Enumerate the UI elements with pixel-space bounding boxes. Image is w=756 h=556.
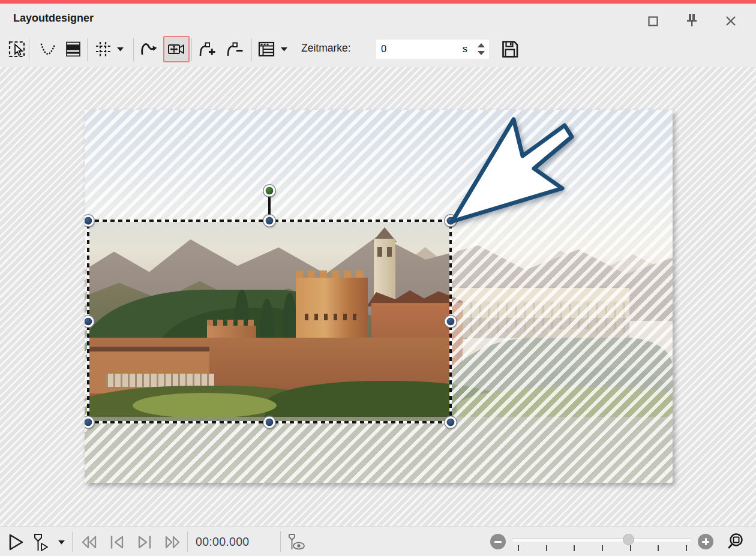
go-to-start-icon bbox=[108, 533, 126, 551]
motion-path-button[interactable] bbox=[136, 36, 162, 62]
spinner-down-icon[interactable] bbox=[478, 51, 485, 55]
timemark-unit: s bbox=[463, 43, 467, 55]
transport-bar: 00:00.000 bbox=[0, 526, 756, 556]
resize-handle-bottom-right[interactable] bbox=[445, 417, 457, 428]
transport-separator bbox=[280, 531, 281, 552]
timemark-spinner[interactable] bbox=[476, 41, 486, 57]
zoom-slider[interactable] bbox=[512, 527, 692, 556]
grid-dropdown[interactable] bbox=[116, 47, 124, 52]
toolbar-separator bbox=[29, 38, 29, 61]
zoom-slider-tick bbox=[546, 545, 547, 551]
save-button[interactable] bbox=[497, 36, 523, 62]
rotation-handle[interactable] bbox=[264, 185, 275, 197]
chevron-down-icon bbox=[58, 540, 65, 545]
play-from-timemark-button[interactable] bbox=[30, 531, 53, 553]
object-list-icon bbox=[256, 39, 277, 59]
zoom-in-button[interactable] bbox=[698, 534, 713, 549]
spinner-up-icon[interactable] bbox=[478, 43, 485, 47]
toolbar-separator bbox=[87, 38, 88, 61]
select-tool-icon bbox=[7, 39, 27, 59]
zoom-slider-ticks bbox=[512, 545, 692, 552]
pin-button[interactable] bbox=[682, 12, 702, 30]
layout-workspace bbox=[0, 67, 756, 526]
add-path-point-icon bbox=[196, 39, 217, 59]
chevron-down-icon bbox=[117, 47, 124, 52]
jump-back-button[interactable] bbox=[78, 531, 101, 553]
view-at-timemark-button[interactable] bbox=[286, 531, 308, 553]
resize-handle-middle-right[interactable] bbox=[445, 316, 457, 327]
jump-back-icon bbox=[80, 533, 98, 551]
select-tool-button[interactable] bbox=[4, 36, 30, 62]
motion-path-icon bbox=[139, 39, 159, 59]
resize-handle-top-center[interactable] bbox=[264, 215, 275, 227]
play-button[interactable] bbox=[4, 531, 26, 553]
time-display: 00:00.000 bbox=[196, 535, 249, 549]
grid-icon bbox=[93, 39, 113, 59]
timemark-input[interactable]: 0 s bbox=[376, 40, 489, 59]
zoom-slider-tick bbox=[602, 545, 603, 551]
image-selection[interactable] bbox=[88, 221, 451, 422]
keyframe-curve-button[interactable] bbox=[35, 36, 61, 62]
object-list-button[interactable] bbox=[253, 36, 280, 62]
play-icon bbox=[5, 533, 25, 552]
view-at-timemark-icon bbox=[287, 533, 307, 552]
play-from-timemark-icon bbox=[32, 533, 50, 552]
remove-path-point-button[interactable] bbox=[221, 36, 247, 62]
toolbar-separator bbox=[251, 38, 252, 61]
object-layers-button[interactable] bbox=[60, 36, 86, 62]
zoom-out-button[interactable] bbox=[490, 534, 506, 549]
add-path-point-button[interactable] bbox=[193, 36, 220, 62]
zoom-slider-tick bbox=[658, 545, 659, 551]
grid-button[interactable] bbox=[90, 36, 116, 62]
chevron-down-icon bbox=[281, 47, 287, 52]
zoom-slider-tick bbox=[630, 545, 631, 551]
go-to-end-button[interactable] bbox=[133, 531, 156, 553]
scene-layer bbox=[106, 374, 214, 387]
remove-path-point-icon bbox=[224, 39, 244, 59]
keyframe-curve-icon bbox=[38, 39, 58, 59]
jump-forward-icon bbox=[163, 533, 181, 551]
play-options-dropdown[interactable] bbox=[58, 540, 65, 545]
scene-layer bbox=[133, 393, 277, 418]
toolbar-separator bbox=[191, 38, 192, 61]
object-layers-icon bbox=[63, 39, 83, 59]
camera-pan-button[interactable] bbox=[163, 36, 190, 62]
zoom-slider-thumb[interactable] bbox=[623, 534, 634, 545]
maximize-icon bbox=[648, 16, 658, 26]
close-icon bbox=[725, 16, 736, 26]
scene-layer bbox=[374, 239, 395, 299]
scene bbox=[88, 221, 451, 422]
titlebar: Layoutdesigner bbox=[0, 4, 756, 35]
layoutdesigner-window: Layoutdesigner bbox=[0, 0, 756, 556]
zoom-fit-button[interactable] bbox=[725, 531, 748, 552]
camera-pan-icon bbox=[166, 39, 187, 59]
annotation-arrow bbox=[414, 110, 588, 233]
zoom-slider-tick bbox=[686, 545, 687, 551]
resize-handle-bottom-center[interactable] bbox=[264, 417, 275, 428]
timemark-value: 0 bbox=[381, 43, 386, 55]
timemark-label: Zeitmarke: bbox=[301, 42, 351, 55]
go-to-start-button[interactable] bbox=[106, 531, 128, 553]
window-title: Layoutdesigner bbox=[13, 12, 94, 25]
zoom-slider-tick bbox=[518, 545, 519, 551]
zoom-fit-icon bbox=[727, 532, 746, 551]
minus-icon bbox=[494, 541, 502, 543]
pin-icon bbox=[685, 13, 698, 29]
selection-viewport bbox=[88, 221, 451, 422]
zoom-slider-tick bbox=[574, 545, 575, 551]
object-list-dropdown[interactable] bbox=[280, 47, 287, 52]
save-icon bbox=[499, 38, 521, 60]
close-button[interactable] bbox=[721, 12, 741, 30]
toolbar: Zeitmarke: 0 s bbox=[0, 35, 756, 67]
toolbar-separator bbox=[133, 38, 134, 61]
plus-icon bbox=[705, 538, 707, 545]
jump-forward-button[interactable] bbox=[161, 531, 184, 553]
transport-separator bbox=[187, 531, 188, 552]
go-to-end-icon bbox=[136, 533, 154, 551]
maximize-button[interactable] bbox=[643, 12, 663, 30]
transport-separator bbox=[72, 531, 73, 552]
zoom-slider-track[interactable] bbox=[512, 538, 692, 542]
